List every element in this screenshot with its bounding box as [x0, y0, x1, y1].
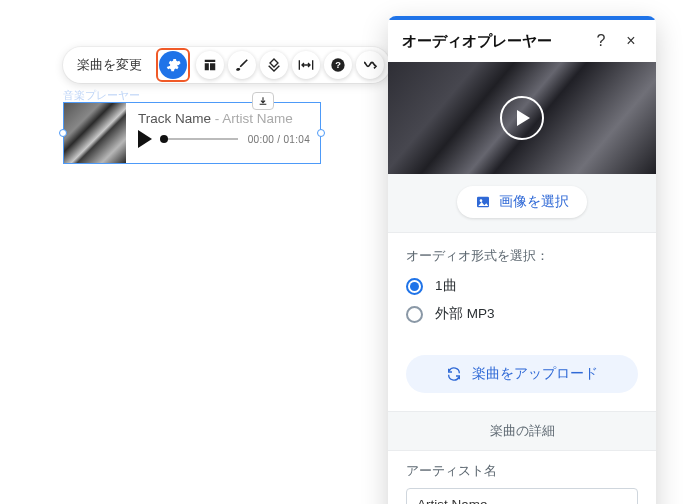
- editor-toolbar: 楽曲を変更 ?: [63, 47, 390, 83]
- separator: -: [211, 111, 222, 126]
- svg-point-0: [331, 58, 344, 71]
- stretch-icon: [298, 59, 314, 71]
- refresh-icon: [446, 366, 462, 382]
- upload-track-label: 楽曲をアップロード: [472, 365, 598, 383]
- audio-player-widget[interactable]: Track Name - Artist Name 00:00 / 01:04: [63, 102, 321, 164]
- panel-help-button[interactable]: ?: [590, 30, 612, 52]
- artist-name-input[interactable]: [406, 488, 638, 504]
- design-button[interactable]: [228, 51, 256, 79]
- more-button[interactable]: [356, 51, 384, 79]
- radio-external-mp3[interactable]: 外部 MP3: [406, 305, 638, 323]
- squiggle-arrow-icon: [362, 57, 378, 73]
- settings-button-highlight: [156, 48, 190, 82]
- album-art: [64, 103, 126, 163]
- svg-point-3: [480, 199, 483, 202]
- audio-format-label: オーディオ形式を選択：: [406, 247, 638, 265]
- select-image-button[interactable]: 画像を選択: [457, 186, 587, 218]
- panel-preview: [388, 62, 656, 174]
- panel-header: オーディオプレーヤー ? ×: [388, 20, 656, 62]
- stretch-button[interactable]: [292, 51, 320, 79]
- radio-single-label: 1曲: [435, 277, 457, 295]
- audio-format-section: オーディオ形式を選択： 1曲 外部 MP3: [388, 233, 656, 337]
- image-icon: [475, 194, 491, 210]
- layout-button[interactable]: [196, 51, 224, 79]
- svg-text:?: ?: [335, 60, 341, 70]
- radio-external-label: 外部 MP3: [435, 305, 495, 323]
- gear-icon: [165, 57, 181, 73]
- animation-button[interactable]: [260, 51, 288, 79]
- diamond-stack-icon: [266, 57, 282, 73]
- radio-icon-selected: [406, 278, 423, 295]
- settings-button[interactable]: [159, 51, 187, 79]
- player-body: Track Name - Artist Name 00:00 / 01:04: [126, 103, 320, 163]
- widget-type-label: 音楽プレーヤー: [63, 88, 140, 103]
- radio-icon-unselected: [406, 306, 423, 323]
- radio-single-track[interactable]: 1曲: [406, 277, 638, 295]
- play-button[interactable]: [138, 130, 152, 148]
- select-image-row: 画像を選択: [388, 174, 656, 233]
- preview-play-button[interactable]: [500, 96, 544, 140]
- track-title-line: Track Name - Artist Name: [138, 111, 310, 126]
- track-name: Track Name: [138, 111, 211, 126]
- upload-row: 楽曲をアップロード: [388, 337, 656, 411]
- play-icon: [517, 110, 530, 126]
- artist-field-label: アーティスト名: [406, 463, 638, 480]
- time-display: 00:00 / 01:04: [248, 134, 310, 145]
- select-image-label: 画像を選択: [499, 193, 569, 211]
- question-icon: ?: [330, 57, 346, 73]
- layout-icon: [203, 58, 217, 72]
- panel-close-button[interactable]: ×: [620, 30, 642, 52]
- upload-track-button[interactable]: 楽曲をアップロード: [406, 355, 638, 393]
- change-track-button[interactable]: 楽曲を変更: [77, 56, 150, 74]
- help-button[interactable]: ?: [324, 51, 352, 79]
- artist-name: Artist Name: [222, 111, 293, 126]
- resize-handle-left[interactable]: [59, 129, 67, 137]
- track-details-header: 楽曲の詳細: [388, 411, 656, 451]
- progress-bar[interactable]: [162, 138, 238, 140]
- audio-player-settings-panel: オーディオプレーヤー ? × 画像を選択 オーディオ形式を選択： 1曲 外部 M…: [388, 16, 656, 504]
- brush-icon: [235, 58, 249, 72]
- panel-title: オーディオプレーヤー: [402, 32, 582, 51]
- artist-field-block: アーティスト名: [388, 451, 656, 504]
